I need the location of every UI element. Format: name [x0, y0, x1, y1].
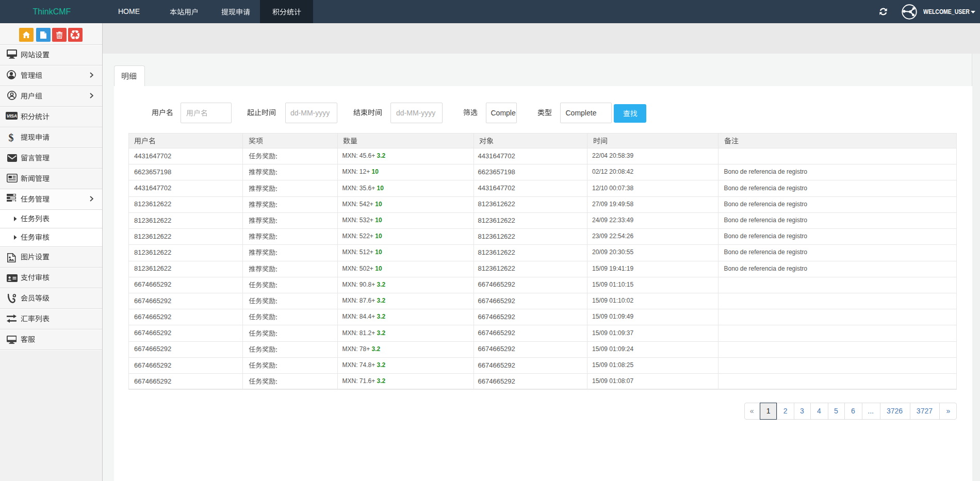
svg-text:VISA: VISA	[6, 113, 17, 119]
